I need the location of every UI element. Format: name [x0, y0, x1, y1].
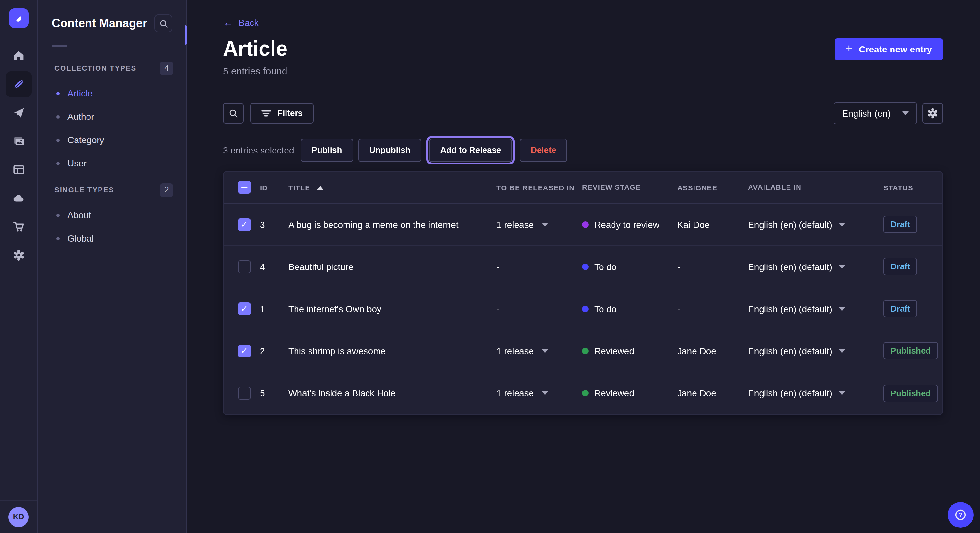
add-to-release-button[interactable]: Add to Release — [429, 139, 512, 162]
release-dropdown[interactable]: 1 release — [496, 388, 548, 399]
locale-select[interactable]: English (en) — [834, 102, 917, 124]
locale-label: English (en) (default) — [748, 388, 832, 399]
status-badge: Draft — [883, 258, 918, 276]
filter-icon — [261, 109, 271, 117]
sidebar-item-global[interactable]: Global — [38, 227, 186, 250]
sidebar-item-label: Global — [67, 233, 94, 244]
row-checkbox[interactable] — [238, 303, 251, 316]
nav-section-count: 4 — [160, 61, 173, 75]
locale-label: English (en) (default) — [748, 219, 832, 230]
gear-icon — [927, 108, 939, 119]
sidebar-item-author[interactable]: Author — [38, 105, 186, 128]
bullet-icon — [56, 237, 60, 240]
main-content: ← Back Article 5 entries found + Create … — [187, 0, 980, 533]
table-row[interactable]: 4Beautiful picture-To do-English (en) (d… — [224, 246, 942, 288]
page-title: Article — [223, 37, 288, 61]
unpublish-button[interactable]: Unpublish — [358, 139, 421, 162]
row-checkbox[interactable] — [238, 218, 251, 231]
cell-available-in: English (en) (default) — [741, 304, 883, 314]
release-dropdown[interactable]: 1 release — [496, 219, 548, 230]
back-arrow-icon: ← — [223, 17, 233, 28]
bulk-actions-bar: 3 entries selected PublishUnpublishAdd t… — [223, 139, 943, 162]
releases-icon — [12, 106, 25, 119]
strapi-logo[interactable] — [9, 8, 28, 27]
question-mark-icon: ? — [953, 508, 968, 522]
table-row[interactable]: 5What's inside a Black Hole1 releaseRevi… — [224, 373, 942, 414]
nav-settings-icon[interactable] — [5, 242, 32, 268]
column-header-id: ID — [260, 182, 288, 193]
table-row[interactable]: 3A bug is becoming a meme on the interne… — [224, 204, 942, 246]
settings-icon — [12, 249, 25, 262]
column-header-label[interactable]: TITLE — [288, 184, 310, 192]
stage-label: To do — [594, 262, 617, 272]
sidebar-divider — [52, 45, 67, 47]
column-header-label[interactable]: TO BE RELEASED IN — [496, 184, 574, 192]
nav-section-items: AboutGlobal — [38, 203, 186, 250]
view-settings-button[interactable] — [922, 103, 943, 124]
column-header-label[interactable]: AVAILABLE IN — [748, 184, 802, 191]
sidebar-item-category[interactable]: Category — [38, 128, 186, 152]
row-checkbox[interactable] — [238, 344, 251, 357]
content-manager-sidebar: Content Manager COLLECTION TYPES4Article… — [38, 0, 187, 533]
nav-section-header: SINGLE TYPES2 — [38, 180, 186, 200]
cell-status: Draft — [883, 300, 942, 318]
stage-dot — [582, 263, 589, 270]
nav-content-manager-icon[interactable] — [5, 71, 32, 97]
nav-content-type-builder-icon[interactable] — [5, 157, 32, 182]
status-badge: Published — [883, 342, 938, 360]
filters-button[interactable]: Filters — [250, 103, 314, 124]
search-button[interactable] — [223, 103, 244, 124]
cell-review-stage: To do — [579, 262, 677, 272]
chevron-down-icon[interactable] — [839, 265, 845, 269]
help-button[interactable]: ? — [948, 502, 974, 528]
chevron-down-icon[interactable] — [839, 392, 845, 395]
delete-button[interactable]: Delete — [520, 139, 567, 162]
sidebar-item-about[interactable]: About — [38, 203, 186, 227]
marketplace-icon — [12, 220, 25, 233]
locale-label: English (en) (default) — [748, 304, 832, 314]
column-header-label[interactable]: ID — [260, 184, 268, 192]
row-checkbox[interactable] — [238, 387, 251, 400]
nav-marketplace-icon[interactable] — [5, 214, 32, 240]
cell-status: Published — [883, 342, 942, 360]
publish-button[interactable]: Publish — [301, 139, 353, 162]
stage-label: To do — [594, 304, 617, 314]
cell-status: Draft — [883, 216, 942, 233]
release-dropdown[interactable]: 1 release — [496, 346, 548, 356]
sidebar-item-label: User — [67, 158, 86, 168]
sidebar-item-user[interactable]: User — [38, 152, 186, 175]
select-all-checkbox[interactable] — [238, 181, 251, 194]
cell-title: Beautiful picture — [288, 262, 487, 272]
nav-cloud-icon[interactable] — [5, 185, 32, 211]
nav-releases-icon[interactable] — [5, 100, 32, 125]
sidebar-search-button[interactable] — [154, 14, 172, 32]
nav-home-icon[interactable] — [5, 43, 32, 69]
sidebar-item-article[interactable]: Article — [38, 82, 186, 105]
status-badge: Draft — [883, 216, 918, 233]
table-row[interactable]: 2This shrimp is awesome1 releaseReviewed… — [224, 330, 942, 373]
cell-id: 2 — [260, 346, 288, 356]
column-header-label[interactable]: STATUS — [883, 184, 913, 192]
chevron-down-icon[interactable] — [839, 349, 845, 353]
user-area: KD — [0, 500, 37, 533]
user-avatar[interactable]: KD — [8, 507, 29, 527]
select-all-cell — [224, 181, 260, 194]
chevron-down-icon[interactable] — [839, 307, 845, 311]
create-new-entry-button[interactable]: + Create new entry — [835, 38, 943, 60]
cell-review-stage: Reviewed — [579, 346, 677, 356]
cell-assignee: - — [677, 262, 741, 272]
row-checkbox[interactable] — [238, 260, 251, 273]
back-link[interactable]: ← Back — [223, 17, 259, 28]
strapi-logo-glyph — [13, 13, 24, 23]
column-header-label[interactable]: ASSIGNEE — [677, 184, 717, 192]
bullet-icon — [56, 138, 60, 141]
cell-title: The internet's Own boy — [288, 304, 487, 314]
column-header-label[interactable]: REVIEW STAGE — [582, 184, 641, 191]
column-header-review-stage: REVIEW STAGE — [579, 184, 677, 191]
cell-review-stage: To do — [579, 304, 677, 314]
row-checkbox-cell — [224, 344, 260, 357]
nav-media-library-icon[interactable] — [5, 128, 32, 154]
chevron-down-icon[interactable] — [839, 223, 845, 227]
table-row[interactable]: 1The internet's Own boy-To do-English (e… — [224, 288, 942, 330]
svg-text:?: ? — [959, 511, 963, 519]
